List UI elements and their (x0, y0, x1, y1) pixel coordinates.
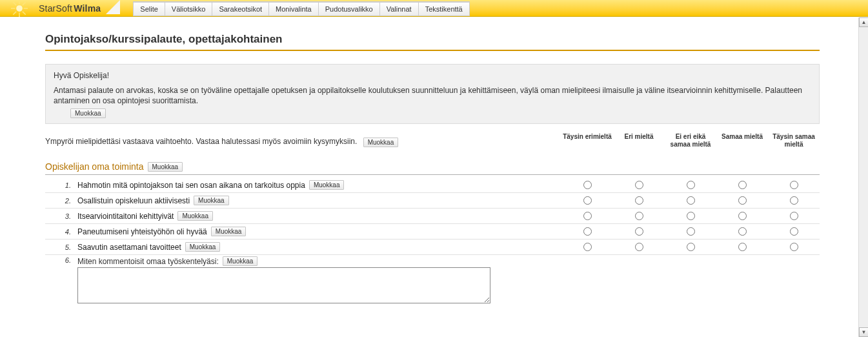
radio-option[interactable] (635, 212, 643, 220)
edit-button-question[interactable]: Muokkaa (185, 242, 221, 252)
radio-option[interactable] (790, 243, 798, 251)
free-question-label: Miten kommentoisit omaa työskentelyäsi: (77, 257, 219, 266)
question-text: Paneutumiseni yhteistyöhön oli hyvää (77, 227, 207, 236)
edit-button-question[interactable]: Muokkaa (211, 227, 247, 236)
question-number: 6. (45, 256, 77, 264)
svg-line-8 (13, 12, 16, 15)
question-radios (561, 212, 820, 220)
menu-item-tekstikentta[interactable]: Tekstikenttä (419, 2, 470, 16)
svg-point-0 (16, 5, 23, 12)
svg-line-7 (23, 2, 26, 5)
app-header: StarSoft Wilma Selite Väliotsikko Sarake… (0, 0, 868, 17)
edit-button-question[interactable]: Muokkaa (223, 256, 258, 266)
radio-option[interactable] (635, 243, 643, 251)
edit-button-question[interactable]: Muokkaa (177, 211, 213, 221)
radio-option[interactable] (635, 196, 643, 205)
scale-header-2: Eri mieltä (613, 133, 665, 148)
radio-option[interactable] (583, 212, 592, 220)
menu-item-sarakeotsikot[interactable]: Sarakeotsikot (212, 2, 269, 16)
star-icon (0, 0, 39, 17)
question-radios (561, 181, 820, 189)
brand-company: StarSoft (39, 3, 72, 14)
free-response-textarea[interactable] (77, 267, 490, 303)
question-row: 3. Itsearviointitaitoni kehittyivät Muok… (45, 209, 820, 224)
question-number: 4. (45, 228, 77, 236)
svg-line-5 (13, 2, 16, 5)
scale-header-1: Täysin erimieltä (561, 133, 613, 148)
content-scroll-area: Opintojakso/kurssipalaute, opettajakohta… (0, 17, 858, 337)
question-row: 4. Paneutumiseni yhteistyöhön oli hyvää … (45, 224, 820, 240)
question-row: 1. Hahmotin mitä opintojakson tai sen os… (45, 178, 820, 193)
svg-line-6 (23, 12, 26, 15)
question-text: Itsearviointitaitoni kehittyivät (77, 212, 174, 221)
radio-option[interactable] (738, 196, 747, 205)
radio-option[interactable] (583, 227, 592, 236)
radio-option[interactable] (687, 227, 695, 236)
radio-option[interactable] (738, 181, 747, 189)
edit-button-question[interactable]: Muokkaa (194, 196, 229, 205)
menu-item-monivalinta[interactable]: Monivalinta (269, 2, 319, 16)
menubar-diagonal-decoration (106, 0, 120, 14)
question-radios (561, 196, 820, 205)
edit-button-question[interactable]: Muokkaa (309, 180, 345, 190)
menu-item-pudotusvalikko[interactable]: Pudotusvalikko (319, 2, 380, 16)
page-title: Opintojakso/kurssipalaute, opettajakohta… (45, 33, 820, 51)
radio-option[interactable] (738, 243, 747, 251)
intro-body: Antamasi palaute on arvokas, koska se on… (54, 85, 811, 106)
scroll-up-button[interactable]: ▲ (859, 17, 868, 27)
radio-option[interactable] (583, 196, 592, 205)
radio-option[interactable] (790, 212, 798, 220)
scroll-down-button[interactable]: ▼ (859, 327, 868, 337)
radio-option[interactable] (687, 243, 695, 251)
scale-header-4: Samaa mieltä (716, 133, 768, 148)
question-number: 5. (45, 243, 77, 251)
radio-option[interactable] (583, 243, 592, 251)
questions-list: 1. Hahmotin mitä opintojakson tai sen os… (45, 178, 820, 305)
radio-option[interactable] (635, 181, 643, 189)
question-row: 5. Saavutin asettamani tavoitteet Muokka… (45, 240, 820, 255)
radio-option[interactable] (790, 181, 798, 189)
radio-option[interactable] (635, 227, 643, 236)
menu-item-valiotsikko[interactable]: Väliotsikko (165, 2, 213, 16)
scale-headers: Täysin erimieltä Eri mieltä Ei eri eikä … (561, 133, 820, 148)
menu-item-valinnat[interactable]: Valinnat (380, 2, 419, 16)
question-number: 2. (45, 197, 77, 205)
question-row: 2. Osallistuin opiskeluun aktiivisesti M… (45, 193, 820, 209)
scale-header-3: Ei eri eikä samaa mieltä (665, 133, 716, 148)
question-radios (561, 243, 820, 251)
menu-item-selite[interactable]: Selite (133, 2, 165, 16)
intro-box: Hyvä Opiskelija! Antamasi palaute on arv… (45, 64, 820, 124)
question-text: Osallistuin opiskeluun aktiivisesti (77, 196, 190, 205)
question-text: Saavutin asettamani tavoitteet (77, 243, 181, 252)
menubar: Selite Väliotsikko Sarakeotsikot Monival… (133, 1, 469, 15)
question-radios (561, 227, 820, 236)
radio-option[interactable] (738, 212, 747, 220)
radio-option[interactable] (790, 227, 798, 236)
edit-button-section[interactable]: Muokkaa (148, 162, 183, 172)
radio-option[interactable] (790, 196, 798, 205)
question-row-free: 6. Miten kommentoisit omaa työskentelyäs… (45, 255, 820, 305)
intro-greeting: Hyvä Opiskelija! (54, 71, 811, 80)
radio-option[interactable] (687, 181, 695, 189)
question-number: 3. (45, 212, 77, 220)
instructions-text: Ympyröi mielipidettäsi vastaava vaihtoeh… (45, 137, 357, 146)
question-number: 1. (45, 181, 77, 189)
vertical-scrollbar[interactable]: ▲ ▼ (858, 17, 868, 337)
radio-option[interactable] (687, 196, 695, 205)
instructions: Ympyröi mielipidettäsi vastaava vaihtoeh… (45, 133, 398, 147)
question-text: Hahmotin mitä opintojakson tai sen osan … (77, 181, 305, 190)
section-heading: Opiskelijan oma toiminta (45, 161, 144, 172)
scale-header-5: Täysin samaa mieltä (768, 133, 820, 148)
radio-option[interactable] (687, 212, 695, 220)
radio-option[interactable] (738, 227, 747, 236)
edit-button-intro[interactable]: Muokkaa (70, 108, 106, 118)
edit-button-instructions[interactable]: Muokkaa (363, 138, 399, 147)
brand-product: Wilma (74, 3, 101, 14)
radio-option[interactable] (583, 181, 592, 189)
